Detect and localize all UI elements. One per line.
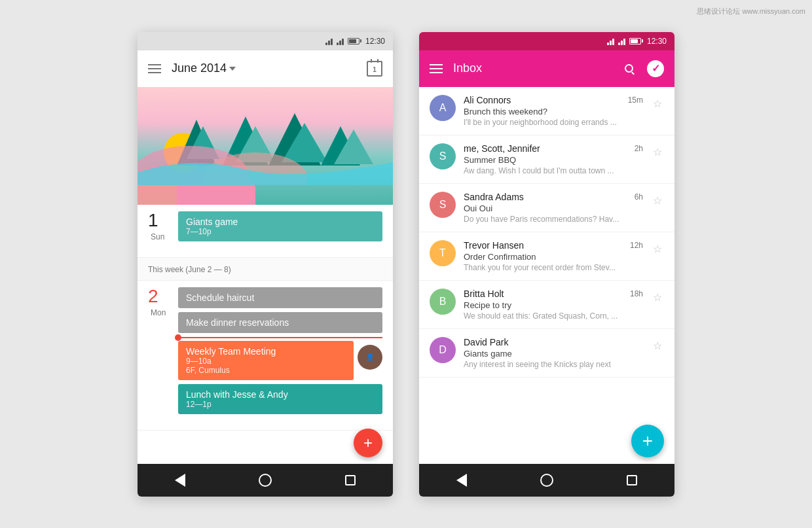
email-body-2: Sandra Adams 6h Oui Oui Do you have Pari… bbox=[464, 192, 643, 224]
meeting-avatar: 👤 bbox=[358, 345, 382, 370]
star-icon-2[interactable]: ☆ bbox=[651, 194, 664, 207]
email-avatar-1: S bbox=[430, 143, 456, 169]
month-title[interactable]: June 2014 bbox=[172, 62, 356, 75]
event-title-lunch: Lunch with Jesse & Andy bbox=[186, 389, 375, 400]
week-divider: This week (June 2 — 8) bbox=[138, 258, 393, 281]
hero-image bbox=[138, 87, 393, 205]
email-item-2[interactable]: S Sandra Adams 6h Oui Oui Do you have Pa… bbox=[419, 184, 674, 232]
email-body-0: Ali Connors 15m Brunch this weekend? I'l… bbox=[464, 95, 643, 127]
search-button[interactable] bbox=[621, 61, 637, 77]
calendar-bottom-nav bbox=[138, 464, 393, 497]
signal-icon bbox=[337, 37, 344, 45]
day-number-2: 2 bbox=[148, 287, 168, 306]
event-time-lunch: 12—1p bbox=[186, 400, 375, 409]
battery-icon bbox=[348, 38, 361, 44]
email-item-4[interactable]: B Britta Holt 18h Recipe to try We shoul… bbox=[419, 281, 674, 329]
email-preview-2: Do you have Paris recommendations? Hav..… bbox=[464, 215, 643, 224]
email-app-bar: Inbox ✓ bbox=[419, 50, 674, 87]
email-battery-icon bbox=[629, 38, 643, 44]
email-phone: 12:30 Inbox ✓ A Ali Connors 15m Brunch t bbox=[419, 32, 674, 497]
email-recents-icon bbox=[627, 475, 637, 485]
email-time-3: 12h bbox=[630, 241, 643, 250]
day-name-1: Sun bbox=[151, 232, 168, 241]
email-avatar-4: B bbox=[430, 289, 456, 315]
star-icon-5[interactable]: ☆ bbox=[651, 340, 664, 353]
star-icon-0[interactable]: ☆ bbox=[651, 97, 664, 111]
email-status-bar: 12:30 bbox=[419, 32, 674, 50]
wifi-icon bbox=[325, 37, 333, 45]
home-icon bbox=[259, 474, 272, 487]
back-button[interactable] bbox=[171, 471, 189, 489]
event-time-meeting: 9—10a bbox=[186, 357, 346, 366]
day-name-2: Mon bbox=[151, 308, 168, 317]
email-subject-5: Giants game bbox=[464, 349, 643, 359]
email-sender-0: Ali Connors bbox=[464, 95, 511, 105]
email-preview-5: Any interest in seeing the Knicks play n… bbox=[464, 360, 643, 369]
star-icon-1[interactable]: ☆ bbox=[651, 146, 664, 159]
email-time-0: 15m bbox=[628, 96, 643, 105]
back-icon bbox=[175, 474, 185, 487]
day-number-1: 1 bbox=[148, 211, 168, 230]
calendar-content: 1 Sun Giants game 7—10p This week (June … bbox=[138, 205, 393, 464]
watermark: 思绪设计论坛 www.missyuan.com bbox=[697, 7, 805, 16]
week-label: This week (June 2 — 8) bbox=[148, 265, 231, 274]
email-avatar-5: D bbox=[430, 337, 456, 363]
email-item-0[interactable]: A Ali Connors 15m Brunch this weekend? I… bbox=[419, 87, 674, 135]
home-button[interactable] bbox=[256, 471, 274, 489]
email-body-5: David Park Giants game Any interest in s… bbox=[464, 337, 643, 369]
status-time: 12:30 bbox=[365, 37, 385, 46]
email-preview-4: We should eat this: Grated Squash, Corn,… bbox=[464, 311, 643, 321]
email-signal-icon bbox=[618, 37, 625, 45]
email-item-1[interactable]: S me, Scott, Jennifer 2h Summer BBQ Aw d… bbox=[419, 135, 674, 184]
email-list: A Ali Connors 15m Brunch this weekend? I… bbox=[419, 87, 674, 464]
calendar-date-number: 1 bbox=[373, 66, 377, 73]
dropdown-arrow-icon bbox=[229, 67, 236, 71]
email-time-1: 2h bbox=[635, 144, 643, 153]
email-body-3: Trevor Hansen 12h Order Confirmation Tha… bbox=[464, 240, 643, 272]
email-body-4: Britta Holt 18h Recipe to try We should … bbox=[464, 289, 643, 321]
event-title-dinner: Make dinner reservations bbox=[186, 317, 375, 328]
email-menu-icon[interactable] bbox=[430, 64, 443, 73]
calendar-today-icon[interactable]: 1 bbox=[367, 61, 382, 77]
event-title: Giants game bbox=[186, 217, 375, 227]
done-all-button[interactable]: ✓ bbox=[647, 60, 664, 77]
email-item-3[interactable]: T Trevor Hansen 12h Order Confirmation T… bbox=[419, 232, 674, 281]
email-time-4: 18h bbox=[630, 289, 643, 298]
email-back-button[interactable] bbox=[452, 471, 471, 489]
fab-label: + bbox=[363, 434, 373, 452]
email-item-5[interactable]: D David Park Giants game Any interest in… bbox=[419, 329, 674, 378]
email-home-button[interactable] bbox=[538, 471, 556, 489]
event-weekly-meeting[interactable]: Weekly Team Meeting 9—10a 6F, Cumulus bbox=[178, 341, 354, 380]
event-giants-game[interactable]: Giants game 7—10p bbox=[178, 211, 382, 241]
email-recents-button[interactable] bbox=[623, 471, 641, 489]
event-schedule-haircut[interactable]: Schedule haircut bbox=[178, 287, 382, 308]
menu-icon[interactable] bbox=[148, 64, 161, 73]
search-icon bbox=[625, 64, 633, 73]
email-subject-4: Recipe to try bbox=[464, 300, 643, 310]
email-preview-3: Thank you for your recent order from Ste… bbox=[464, 263, 643, 272]
inbox-title: Inbox bbox=[453, 62, 610, 75]
email-bottom-nav bbox=[419, 464, 674, 497]
day-section-2: 2 Mon Schedule haircut Make dinner reser… bbox=[138, 281, 393, 431]
recents-button[interactable] bbox=[341, 471, 360, 489]
email-subject-3: Order Confirmation bbox=[464, 252, 643, 262]
calendar-phone: 12:30 June 2014 1 bbox=[138, 32, 393, 497]
email-sender-4: Britta Holt bbox=[464, 289, 504, 299]
email-preview-0: I'll be in your neighborhood doing erran… bbox=[464, 118, 643, 127]
email-subject-1: Summer BBQ bbox=[464, 155, 643, 165]
event-title-meeting: Weekly Team Meeting bbox=[186, 346, 346, 357]
event-lunch[interactable]: Lunch with Jesse & Andy 12—1p bbox=[178, 384, 382, 414]
email-preview-1: Aw dang. Wish I could but I'm outta town… bbox=[464, 166, 643, 175]
email-fab[interactable]: + bbox=[631, 425, 664, 457]
email-time-2: 6h bbox=[635, 192, 643, 202]
calendar-app-bar: June 2014 1 bbox=[138, 50, 393, 87]
email-body-1: me, Scott, Jennifer 2h Summer BBQ Aw dan… bbox=[464, 143, 643, 175]
email-sender-1: me, Scott, Jennifer bbox=[464, 143, 540, 154]
email-avatar-3: T bbox=[430, 240, 456, 266]
email-avatar-2: S bbox=[430, 192, 456, 218]
email-status-time: 12:30 bbox=[647, 37, 667, 46]
star-icon-3[interactable]: ☆ bbox=[651, 243, 664, 256]
star-icon-4[interactable]: ☆ bbox=[651, 291, 664, 304]
calendar-fab[interactable]: + bbox=[354, 429, 382, 457]
event-dinner-reservations[interactable]: Make dinner reservations bbox=[178, 312, 382, 333]
